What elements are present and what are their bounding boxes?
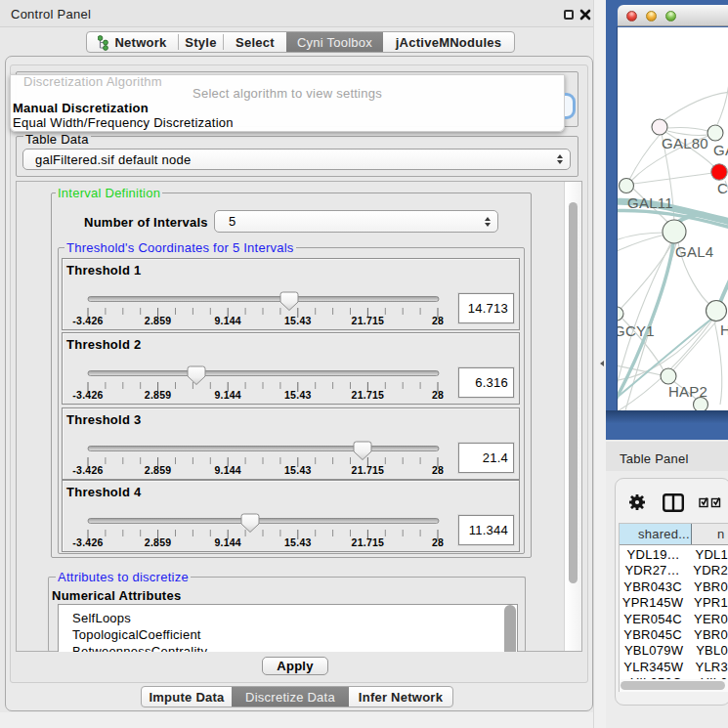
svg-text:GAL80: GAL80 bbox=[662, 135, 708, 151]
svg-text:2.859: 2.859 bbox=[145, 389, 172, 401]
svg-text:HAP2: HAP2 bbox=[668, 383, 707, 400]
svg-text:28: 28 bbox=[432, 315, 444, 326]
svg-text:GCY1: GCY1 bbox=[618, 322, 655, 339]
svg-text:9.144: 9.144 bbox=[214, 315, 241, 326]
svg-text:28: 28 bbox=[432, 389, 444, 401]
svg-text:21.715: 21.715 bbox=[352, 464, 385, 476]
svg-text:2.859: 2.859 bbox=[145, 315, 172, 326]
svg-text:15.43: 15.43 bbox=[284, 389, 312, 401]
svg-text:28: 28 bbox=[432, 464, 444, 476]
svg-text:21.715: 21.715 bbox=[352, 536, 385, 548]
svg-text:GAL11: GAL11 bbox=[627, 194, 673, 211]
svg-text:9.144: 9.144 bbox=[214, 536, 241, 548]
svg-text:-3.426: -3.426 bbox=[72, 464, 103, 476]
svg-text:15.43: 15.43 bbox=[284, 464, 312, 476]
svg-text:-3.426: -3.426 bbox=[72, 536, 103, 548]
svg-text:-3.426: -3.426 bbox=[72, 389, 103, 401]
svg-text:9.144: 9.144 bbox=[214, 464, 241, 476]
svg-text:H: H bbox=[720, 321, 728, 338]
svg-text:9.144: 9.144 bbox=[214, 389, 241, 401]
svg-text:-3.426: -3.426 bbox=[72, 315, 103, 326]
svg-text:21.715: 21.715 bbox=[352, 315, 385, 326]
svg-text:15.43: 15.43 bbox=[284, 536, 312, 548]
svg-text:21.715: 21.715 bbox=[352, 389, 385, 401]
svg-text:GAL4: GAL4 bbox=[675, 243, 713, 260]
svg-text:GA: GA bbox=[713, 142, 728, 158]
svg-text:C: C bbox=[717, 180, 728, 196]
svg-text:2.859: 2.859 bbox=[145, 464, 172, 476]
svg-text:28: 28 bbox=[432, 536, 444, 548]
svg-text:15.43: 15.43 bbox=[284, 315, 312, 326]
svg-text:2.859: 2.859 bbox=[145, 536, 172, 548]
